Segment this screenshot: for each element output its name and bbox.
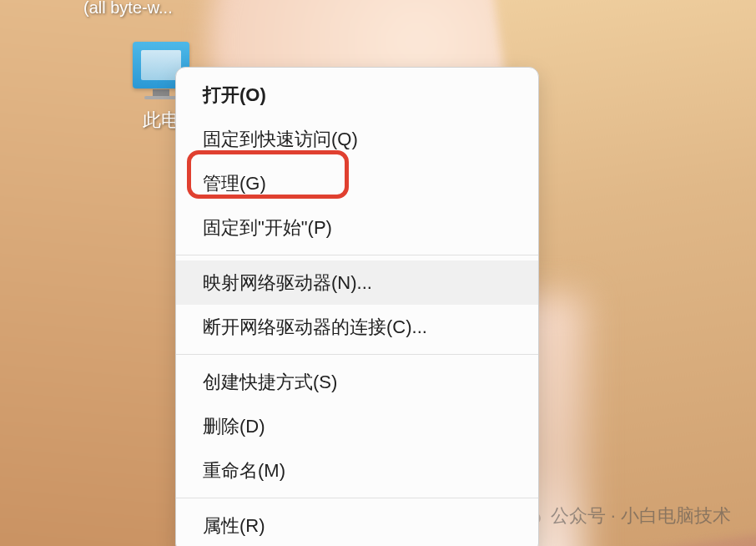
menu-item-open[interactable]: 打开(O) xyxy=(176,73,538,117)
menu-item-properties[interactable]: 属性(R) xyxy=(176,503,538,546)
menu-separator xyxy=(176,498,538,498)
menu-item-pin-quick-access[interactable]: 固定到快速访问(Q) xyxy=(176,117,538,161)
menu-item-delete[interactable]: 删除(D) xyxy=(176,404,538,448)
menu-item-disconnect-network-drive[interactable]: 断开网络驱动器的连接(C)... xyxy=(176,305,538,349)
menu-item-create-shortcut[interactable]: 创建快捷方式(S) xyxy=(176,360,538,404)
menu-item-map-network-drive[interactable]: 映射网络驱动器(N)... xyxy=(176,260,538,305)
menu-item-manage[interactable]: 管理(G) xyxy=(176,161,538,205)
monitor-stand xyxy=(153,89,169,96)
monitor-base xyxy=(144,96,178,99)
menu-item-rename[interactable]: 重命名(M) xyxy=(176,448,538,493)
this-pc-label: 此电 xyxy=(143,108,179,133)
menu-separator xyxy=(176,255,538,255)
watermark-text: 公众号 · 小白电脑技术 xyxy=(551,503,731,528)
context-menu: 打开(O) 固定到快速访问(Q) 管理(G) 固定到"开始"(P) 映射网络驱动… xyxy=(175,67,539,546)
menu-item-pin-start[interactable]: 固定到"开始"(P) xyxy=(176,205,538,250)
desktop-shortcut-label-truncated: (all byte-w... xyxy=(83,0,173,18)
watermark: 公众号 · 小白电脑技术 xyxy=(517,503,731,529)
menu-separator xyxy=(176,354,538,355)
